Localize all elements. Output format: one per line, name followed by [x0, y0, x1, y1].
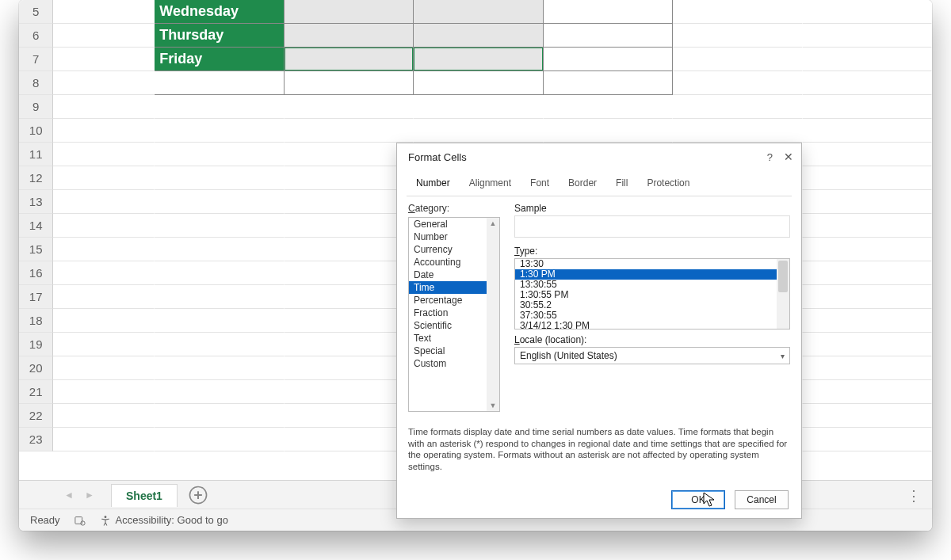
- category-item[interactable]: Scientific: [409, 319, 487, 332]
- cell[interactable]: [155, 356, 284, 380]
- cell[interactable]: [155, 333, 284, 356]
- cell-day[interactable]: Thursday: [155, 24, 284, 48]
- scrollbar[interactable]: [777, 259, 789, 329]
- cell[interactable]: [285, 119, 414, 143]
- cell[interactable]: [285, 404, 414, 428]
- cell-day[interactable]: Wednesday: [155, 0, 284, 24]
- cell-selected[interactable]: [285, 0, 414, 24]
- row-header[interactable]: 6: [19, 24, 53, 48]
- cell[interactable]: [285, 428, 414, 451]
- cell[interactable]: [414, 71, 543, 95]
- cell[interactable]: [285, 143, 414, 166]
- cell[interactable]: [285, 190, 414, 214]
- cell[interactable]: [53, 71, 155, 95]
- cell-selected[interactable]: [414, 24, 543, 48]
- cell[interactable]: [285, 309, 414, 333]
- cell[interactable]: [53, 48, 155, 71]
- cell[interactable]: [53, 24, 155, 48]
- row-header[interactable]: 23: [19, 428, 53, 451]
- cell[interactable]: [803, 404, 932, 428]
- ok-button[interactable]: OK: [671, 490, 725, 509]
- type-item[interactable]: 3/14/12 1:30 PM: [515, 321, 777, 329]
- cancel-button[interactable]: Cancel: [735, 490, 789, 509]
- close-icon[interactable]: ✕: [784, 150, 793, 163]
- cell[interactable]: [414, 95, 543, 119]
- cell[interactable]: [53, 309, 155, 333]
- prev-sheet-icon[interactable]: ◄: [62, 488, 76, 502]
- cell[interactable]: [53, 428, 155, 451]
- cell[interactable]: [155, 285, 284, 309]
- tab-border[interactable]: Border: [559, 173, 606, 196]
- category-item[interactable]: Percentage: [409, 294, 487, 307]
- category-item[interactable]: Date: [409, 269, 487, 281]
- cell-selected[interactable]: [285, 24, 414, 48]
- cell-selected[interactable]: [414, 0, 543, 24]
- cell[interactable]: [53, 190, 155, 214]
- cell[interactable]: [53, 238, 155, 261]
- cell[interactable]: [155, 380, 284, 404]
- cell[interactable]: [155, 238, 284, 261]
- cell[interactable]: [155, 166, 284, 190]
- row-header[interactable]: 13: [19, 190, 53, 214]
- scroll-down-icon[interactable]: ▼: [490, 402, 497, 410]
- row-header[interactable]: 16: [19, 261, 53, 285]
- category-item[interactable]: Accounting: [409, 256, 487, 269]
- cell[interactable]: [803, 24, 932, 48]
- cell[interactable]: [803, 309, 932, 333]
- tab-font[interactable]: Font: [521, 173, 559, 196]
- row-header[interactable]: 17: [19, 285, 53, 309]
- cell[interactable]: [803, 143, 932, 166]
- cell[interactable]: [544, 119, 673, 143]
- cell[interactable]: [155, 95, 284, 119]
- category-item[interactable]: Custom: [409, 357, 487, 370]
- cell[interactable]: [673, 0, 802, 24]
- cell-selected[interactable]: [414, 48, 543, 71]
- cell[interactable]: [155, 143, 284, 166]
- cell[interactable]: [53, 214, 155, 238]
- row-header[interactable]: 14: [19, 214, 53, 238]
- cell-selected[interactable]: [285, 48, 414, 71]
- cell[interactable]: [803, 238, 932, 261]
- cell[interactable]: [285, 285, 414, 309]
- sheet-tab[interactable]: Sheet1: [111, 484, 178, 507]
- cell[interactable]: [803, 190, 932, 214]
- cell[interactable]: [285, 261, 414, 285]
- category-item-selected[interactable]: Time: [409, 281, 487, 294]
- category-item[interactable]: Special: [409, 345, 487, 357]
- cell[interactable]: [673, 24, 802, 48]
- add-sheet-button[interactable]: [187, 484, 209, 506]
- cell[interactable]: [53, 356, 155, 380]
- cell[interactable]: [544, 48, 673, 71]
- category-item[interactable]: Number: [409, 230, 487, 243]
- locale-dropdown[interactable]: English (United States) ▾: [514, 347, 790, 364]
- cell[interactable]: [285, 214, 414, 238]
- tab-number[interactable]: Number: [407, 173, 460, 196]
- tab-protection[interactable]: Protection: [637, 173, 699, 196]
- cell[interactable]: [53, 261, 155, 285]
- cell[interactable]: [285, 238, 414, 261]
- macro-record-icon[interactable]: [74, 515, 86, 526]
- cell[interactable]: [803, 428, 932, 451]
- cell[interactable]: [155, 71, 284, 95]
- cell[interactable]: [803, 356, 932, 380]
- cell[interactable]: [803, 0, 932, 24]
- row-header[interactable]: 12: [19, 166, 53, 190]
- cell[interactable]: [803, 214, 932, 238]
- cell[interactable]: [53, 0, 155, 24]
- cell[interactable]: [673, 119, 802, 143]
- help-icon[interactable]: ?: [767, 151, 773, 163]
- cell[interactable]: [414, 119, 543, 143]
- row-header[interactable]: 9: [19, 95, 53, 119]
- cell[interactable]: [803, 380, 932, 404]
- cell[interactable]: [544, 0, 673, 24]
- row-header[interactable]: 15: [19, 238, 53, 261]
- cell[interactable]: [155, 214, 284, 238]
- cell[interactable]: [803, 166, 932, 190]
- category-item[interactable]: Text: [409, 332, 487, 345]
- cell[interactable]: [155, 309, 284, 333]
- row-header[interactable]: 19: [19, 333, 53, 356]
- cell[interactable]: [53, 333, 155, 356]
- cell[interactable]: [285, 333, 414, 356]
- scroll-up-icon[interactable]: ▲: [490, 219, 497, 227]
- category-item[interactable]: Fraction: [409, 307, 487, 319]
